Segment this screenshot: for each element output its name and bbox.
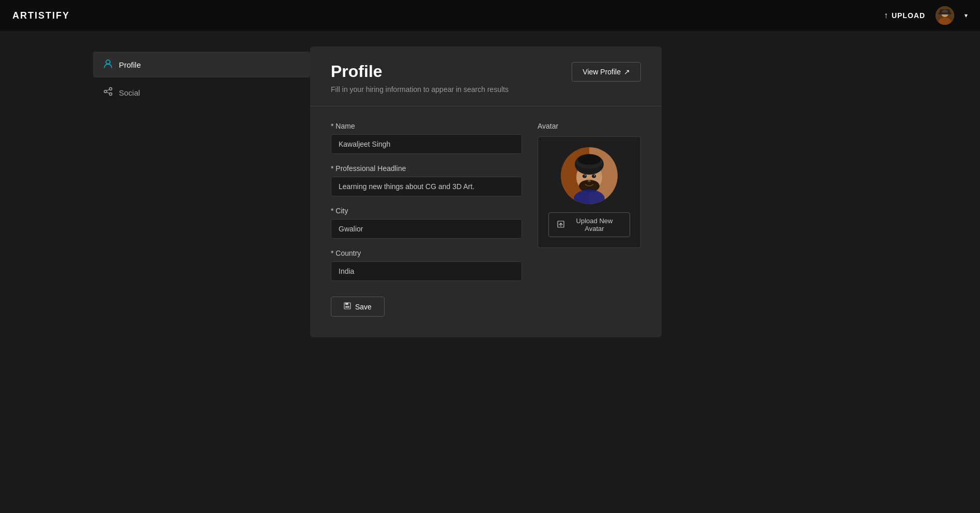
svg-point-23 (592, 175, 596, 178)
upload-avatar-icon (557, 221, 564, 229)
sidebar-item-profile[interactable]: Profile (93, 52, 310, 77)
upload-label: UPLOAD (892, 11, 925, 20)
save-section: Save (331, 297, 522, 317)
profile-card: Profile Fill in your hiring information … (310, 46, 662, 337)
headline-field-group: * Professional Headline (331, 164, 522, 196)
svg-point-22 (583, 175, 587, 178)
svg-point-5 (106, 60, 110, 64)
avatar-section: Avatar (538, 122, 641, 317)
page-title: Profile (331, 62, 509, 81)
user-avatar-nav[interactable] (936, 6, 954, 25)
country-input[interactable] (331, 261, 522, 281)
name-label: * Name (331, 122, 522, 130)
user-menu-chevron[interactable]: ▾ (964, 12, 968, 19)
svg-point-19 (578, 154, 601, 165)
upload-avatar-button[interactable]: Upload New Avatar (548, 212, 630, 237)
profile-icon (103, 59, 113, 70)
svg-point-8 (110, 93, 112, 96)
upload-avatar-label: Upload New Avatar (568, 217, 621, 232)
name-field-group: * Name (331, 122, 522, 154)
avatar-label: Avatar (538, 122, 558, 130)
profile-subtitle: Fill in your hiring information to appea… (331, 85, 509, 94)
svg-point-7 (104, 90, 107, 93)
city-label: * City (331, 207, 522, 215)
social-icon (103, 87, 113, 98)
headline-label: * Professional Headline (331, 164, 522, 173)
svg-rect-12 (345, 303, 348, 305)
city-field-group: * City (331, 207, 522, 239)
form-grid: * Name * Professional Headline * City (331, 122, 641, 317)
country-field-group: * Country (331, 249, 522, 281)
sidebar-item-profile-label: Profile (119, 60, 141, 69)
upload-icon: ↑ (884, 11, 889, 20)
view-profile-button[interactable]: View Profile ↗ (572, 62, 641, 82)
profile-header: Profile Fill in your hiring information … (310, 46, 662, 106)
svg-rect-13 (345, 306, 349, 308)
save-button[interactable]: Save (331, 297, 385, 317)
save-icon (344, 302, 351, 311)
avatar-svg (561, 147, 618, 204)
country-label: * Country (331, 249, 522, 257)
name-input[interactable] (331, 134, 522, 154)
sidebar: Profile Social (93, 41, 310, 358)
content-area: Profile Fill in your hiring information … (310, 41, 980, 358)
form-fields: * Name * Professional Headline * City (331, 122, 522, 317)
save-label: Save (355, 303, 372, 311)
avatar-image-container (561, 147, 618, 204)
svg-line-9 (106, 89, 110, 91)
svg-point-24 (585, 175, 586, 176)
city-input[interactable] (331, 219, 522, 239)
svg-point-6 (110, 88, 112, 90)
svg-point-25 (594, 175, 595, 176)
upload-button[interactable]: ↑ UPLOAD (884, 11, 925, 20)
headline-input[interactable] (331, 177, 522, 196)
sidebar-item-social-label: Social (119, 88, 140, 97)
view-profile-label: View Profile (583, 68, 621, 76)
sidebar-item-social[interactable]: Social (93, 80, 310, 105)
external-link-icon: ↗ (624, 68, 630, 76)
svg-line-10 (106, 92, 110, 94)
main-container: Profile Social Profile Fill in yo (0, 0, 980, 358)
svg-point-26 (588, 180, 591, 182)
profile-form: * Name * Professional Headline * City (310, 106, 662, 337)
brand-logo: ARTISTIFY (12, 10, 70, 21)
navbar: ARTISTIFY ↑ UPLOAD ▾ (0, 0, 980, 31)
user-avatar-image (936, 6, 954, 25)
navbar-right: ↑ UPLOAD ▾ (884, 6, 968, 25)
profile-title-section: Profile Fill in your hiring information … (331, 62, 509, 94)
avatar-box: Upload New Avatar (538, 136, 641, 248)
svg-rect-4 (938, 12, 952, 14)
